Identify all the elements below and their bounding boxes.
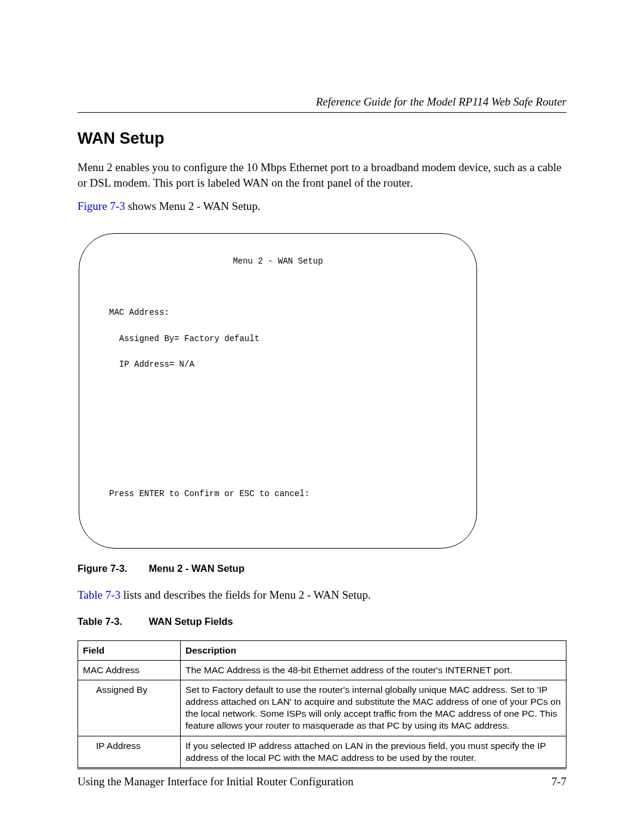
table-caption-title: WAN Setup Fields [149,616,233,627]
body-paragraph-3: Table 7-3 lists and describes the fields… [78,587,566,603]
table-caption-label: Table 7-3. [78,616,146,627]
figure-caption-label: Figure 7-3. [78,563,146,574]
terminal-line-ip: IP Address= N/A [109,358,447,371]
fields-table: Field Description MAC Address The MAC Ad… [78,640,566,768]
terminal-line-mac: MAC Address: [109,306,447,320]
table-header-row: Field Description [78,640,566,660]
table-ref-link[interactable]: Table 7-3 [78,589,120,601]
cell-field: MAC Address [83,665,140,675]
cell-field: Assigned By [83,684,147,696]
footer-rule [78,769,566,769]
terminal-title: Menu 2 - WAN Setup [109,255,447,268]
terminal-line-assigned: Assigned By= Factory default [109,333,447,346]
terminal-line [109,462,447,475]
terminal-screen: Menu 2 - WAN Setup MAC Address: Assigned… [79,233,477,549]
body-paragraph-3-rest: lists and describes the fields for Menu … [120,589,371,601]
figure-caption-title: Menu 2 - WAN Setup [149,563,244,574]
page-number: 7-7 [552,775,566,788]
terminal-line [109,436,447,449]
section-heading: WAN Setup [78,129,566,148]
cell-description: Set to Factory default to use the router… [181,680,566,736]
page-footer: Using the Manager Interface for Initial … [78,769,566,788]
body-paragraph-1: Menu 2 enables you to configure the 10 M… [78,160,566,190]
terminal-prompt: Press ENTER to Confirm or ESC to cancel: [109,488,447,501]
doc-header-title: Reference Guide for the Model RP114 Web … [78,95,566,109]
table-row: Assigned By Set to Factory default to us… [78,680,566,736]
figure-ref-link[interactable]: Figure 7-3 [78,200,125,212]
table-row: MAC Address The MAC Address is the 48-bi… [78,660,566,680]
table-header-field: Field [78,640,181,660]
footer-chapter-title: Using the Manager Interface for Initial … [78,775,354,788]
body-paragraph-2-rest: shows Menu 2 - WAN Setup. [125,200,261,212]
body-paragraph-2: Figure 7-3 shows Menu 2 - WAN Setup. [78,199,566,214]
page: Reference Guide for the Model RP114 Web … [0,0,644,833]
table-caption: Table 7-3. WAN Setup Fields [78,616,566,627]
figure-caption: Figure 7-3. Menu 2 - WAN Setup [78,563,566,574]
table-row: IP Address If you selected IP address at… [78,736,566,767]
cell-field: IP Address [83,740,141,752]
header-rule [78,112,566,113]
cell-description: If you selected IP address attached on L… [181,736,566,767]
terminal-line [109,384,447,397]
terminal-line [109,281,447,294]
cell-description: The MAC Address is the 48-bit Ethernet a… [181,660,566,680]
table-header-description: Description [181,640,566,660]
terminal-line [109,410,447,423]
